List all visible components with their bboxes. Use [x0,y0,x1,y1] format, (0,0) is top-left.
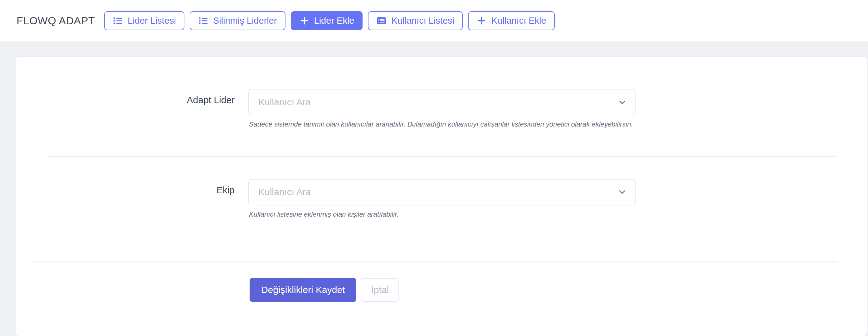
plus-icon [299,15,310,26]
list-ul-icon [198,15,209,26]
app-header: FLOWQ ADAPT Lider Listesi [0,0,868,41]
form-actions: Değişiklikleri Kaydet İptal [250,278,851,302]
footer-divider [32,262,837,263]
list-ul-icon [113,15,123,26]
adapt-lider-select[interactable]: Kullanıcı Ara [248,89,636,115]
nav-button-label: Lider Ekle [314,15,354,26]
app-title: FLOWQ ADAPT [17,15,95,27]
nav-lider-listesi-button[interactable]: Lider Listesi [104,11,184,30]
adapt-lider-field: Kullanıcı Ara Sadece sistemde tanımlı ol… [248,89,636,129]
save-changes-button[interactable]: Değişiklikleri Kaydet [250,278,356,302]
ekip-field: Kullanıcı Ara Kullanıcı listesine eklenm… [248,179,636,219]
list-alt-icon [376,15,386,26]
ekip-helper-text: Kullanıcı listesine eklenmiş olan kişile… [249,210,636,219]
nav-kullanici-ekle-button[interactable]: Kullanıcı Ekle [468,11,555,30]
select-placeholder: Kullanıcı Ara [258,187,311,197]
adapt-lider-helper-text: Sadece sistemde tanımlı olan kullanıcıla… [249,120,636,129]
nav-button-label: Kullanıcı Ekle [491,15,546,26]
select-placeholder: Kullanıcı Ara [258,97,311,107]
adapt-lider-label: Adapt Lider [31,89,235,105]
nav-silinmis-liderler-button[interactable]: Silinmiş Liderler [190,11,285,30]
nav-button-label: Kullanıcı Listesi [391,15,454,26]
page: FLOWQ ADAPT Lider Listesi [0,0,868,336]
nav-button-label: Silinmiş Liderler [213,15,277,26]
ekip-select[interactable]: Kullanıcı Ara [248,179,636,205]
form-row-ekip: Ekip Kullanıcı Ara Kullanıcı listesine e… [31,179,851,219]
header-nav: Lider Listesi Silinmiş Liderler [104,11,555,30]
cancel-button[interactable]: İptal [361,278,399,302]
form-row-adapt-lider: Adapt Lider Kullanıcı Ara Sadece sistemd… [31,89,851,129]
ekip-label: Ekip [31,179,235,195]
chevron-down-icon [617,98,627,107]
section-divider [49,156,836,157]
plus-icon [476,15,487,26]
nav-kullanici-listesi-button[interactable]: Kullanıcı Listesi [368,11,463,30]
nav-button-label: Lider Listesi [128,15,176,26]
form-card: Adapt Lider Kullanıcı Ara Sadece sistemd… [16,57,867,336]
nav-lider-ekle-button[interactable]: Lider Ekle [291,11,363,30]
main-area: Adapt Lider Kullanıcı Ara Sadece sistemd… [0,41,868,336]
chevron-down-icon [617,187,627,197]
